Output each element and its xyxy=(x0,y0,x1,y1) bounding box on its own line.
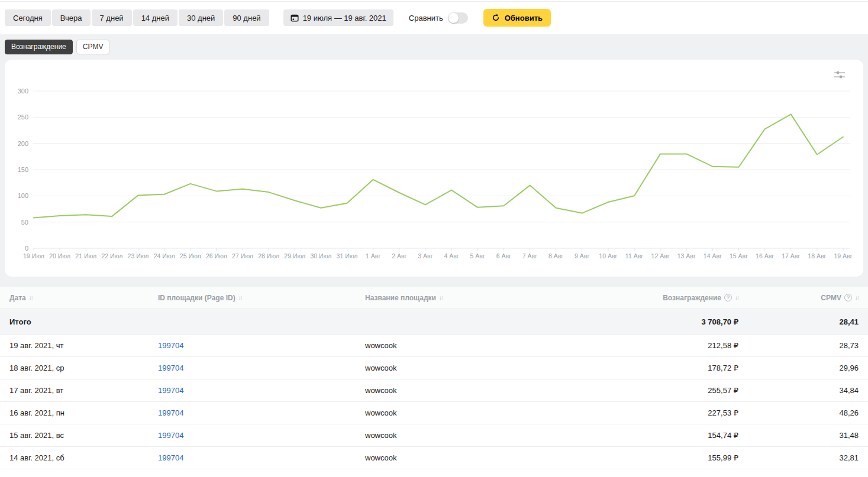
range-button-30-days[interactable]: 30 дней xyxy=(179,9,223,26)
svg-text:200: 200 xyxy=(18,140,28,147)
column-header-reward[interactable]: Вознаграждение ? ↓↑ xyxy=(571,294,738,302)
chart-settings-sliders-icon[interactable] xyxy=(834,70,846,82)
svg-text:19 Авг: 19 Авг xyxy=(834,252,852,259)
row-date: 18 авг. 2021, ср xyxy=(9,364,158,372)
svg-text:17 Авг: 17 Авг xyxy=(782,252,800,259)
column-header-cpmv[interactable]: CPMV ? ↓↑ xyxy=(738,294,859,302)
compare-control: Сравнить xyxy=(409,12,468,24)
svg-text:28 Июл: 28 Июл xyxy=(258,252,279,259)
sort-icon[interactable]: ↓↑ xyxy=(439,294,443,301)
sort-icon[interactable]: ↓↑ xyxy=(29,294,33,301)
svg-text:19 Июл: 19 Июл xyxy=(23,252,44,259)
help-icon[interactable]: ? xyxy=(844,294,852,301)
table-row: 19 авг. 2021, чт 199704 wowcook 212,58 ₽… xyxy=(0,335,868,357)
page-id-link[interactable]: 199704 xyxy=(158,431,183,440)
row-reward: 178,72 ₽ xyxy=(571,364,738,372)
svg-text:8 Авг: 8 Авг xyxy=(548,252,563,259)
tab-reward[interactable]: Вознаграждение xyxy=(5,40,73,54)
refresh-label: Обновить xyxy=(505,14,543,22)
svg-text:250: 250 xyxy=(18,113,28,121)
range-button-14-days[interactable]: 14 дней xyxy=(133,9,178,26)
svg-text:3 Авг: 3 Авг xyxy=(418,252,433,259)
table-row: 17 авг. 2021, вт 199704 wowcook 255,57 ₽… xyxy=(0,379,868,402)
toggle-knob xyxy=(448,13,459,23)
svg-text:9 Авг: 9 Авг xyxy=(575,252,589,259)
page-id-link[interactable]: 199704 xyxy=(158,364,183,372)
table-row: 16 авг. 2021, пн 199704 wowcook 227,53 ₽… xyxy=(0,402,868,424)
help-icon[interactable]: ? xyxy=(724,294,732,301)
chart-section: Вознаграждение CPMV 05010015020025030019… xyxy=(0,34,868,287)
svg-text:26 Июл: 26 Июл xyxy=(206,252,227,259)
svg-text:22 Июл: 22 Июл xyxy=(101,252,122,259)
svg-text:4 Авг: 4 Авг xyxy=(444,252,459,259)
total-label: Итого xyxy=(9,317,158,326)
stats-table: Дата ↓↑ ID площадки (Page ID) ↓↑ Названи… xyxy=(0,287,868,477)
column-header-site-name[interactable]: Название площадки ↓↑ xyxy=(365,294,571,302)
revenue-line-chart[interactable]: 05010015020025030019 Июл20 Июл21 Июл22 И… xyxy=(5,60,863,272)
page-id-link[interactable]: 199704 xyxy=(158,341,183,350)
date-range-label: 19 июля — 19 авг. 2021 xyxy=(303,14,386,22)
svg-text:20 Июл: 20 Июл xyxy=(49,252,70,259)
total-cpmv: 28,41 xyxy=(738,317,859,326)
refresh-button[interactable]: Обновить xyxy=(483,9,551,27)
table-header-row: Дата ↓↑ ID площадки (Page ID) ↓↑ Названи… xyxy=(0,287,868,309)
calendar-icon xyxy=(291,14,299,22)
row-date: 19 авг. 2021, чт xyxy=(9,341,158,350)
svg-text:300: 300 xyxy=(18,87,28,95)
table-row: 15 авг. 2021, вс 199704 wowcook 154,74 ₽… xyxy=(0,424,868,447)
svg-text:25 Июл: 25 Июл xyxy=(180,252,201,259)
svg-text:6 Авг: 6 Авг xyxy=(496,252,511,259)
metric-tabs: Вознаграждение CPMV xyxy=(5,40,868,54)
svg-text:31 Июл: 31 Июл xyxy=(337,252,358,259)
column-header-date[interactable]: Дата ↓↑ xyxy=(9,294,158,302)
page-id-link[interactable]: 199704 xyxy=(158,386,183,395)
svg-text:11 Авг: 11 Авг xyxy=(625,252,643,259)
svg-text:13 Авг: 13 Авг xyxy=(677,252,696,259)
svg-text:18 Авг: 18 Авг xyxy=(808,252,826,259)
row-reward: 212,58 ₽ xyxy=(571,341,738,350)
row-date: 14 авг. 2021, сб xyxy=(9,453,158,462)
compare-label: Сравнить xyxy=(409,14,443,22)
page-id-link[interactable]: 199704 xyxy=(158,453,183,462)
svg-text:15 Авг: 15 Авг xyxy=(730,252,748,259)
row-cpmv: 29,96 xyxy=(738,364,859,372)
tab-cpmv[interactable]: CPMV xyxy=(76,40,110,54)
svg-text:5 Авг: 5 Авг xyxy=(470,252,485,259)
date-range-picker[interactable]: 19 июля — 19 авг. 2021 xyxy=(283,9,393,26)
range-button-yesterday[interactable]: Вчера xyxy=(52,9,91,26)
svg-text:1 Авг: 1 Авг xyxy=(366,252,380,259)
page-id-link[interactable]: 199704 xyxy=(158,408,183,417)
row-cpmv: 31,48 xyxy=(738,431,859,440)
table-row: 14 авг. 2021, сб 199704 wowcook 155,99 ₽… xyxy=(0,447,868,469)
table-row: 13 авг. 2021, пт 199704 wowcook 180,04 ₽… xyxy=(0,469,868,477)
table-row: 18 авг. 2021, ср 199704 wowcook 178,72 ₽… xyxy=(0,357,868,379)
svg-text:12 Авг: 12 Авг xyxy=(651,252,670,259)
row-site-name: wowcook xyxy=(365,408,571,417)
sort-icon[interactable]: ↓↑ xyxy=(855,294,859,301)
svg-text:23 Июл: 23 Июл xyxy=(128,252,149,259)
svg-text:10 Авг: 10 Авг xyxy=(599,252,617,259)
svg-text:100: 100 xyxy=(18,192,28,199)
toolbar: Сегодня Вчера 7 дней 14 дней 30 дней 90 … xyxy=(0,2,868,34)
svg-text:50: 50 xyxy=(21,219,28,226)
svg-text:27 Июл: 27 Июл xyxy=(232,252,253,259)
range-button-7-days[interactable]: 7 дней xyxy=(92,9,132,26)
svg-text:0: 0 xyxy=(25,245,28,252)
svg-text:30 Июл: 30 Июл xyxy=(310,252,331,259)
table-body: 19 авг. 2021, чт 199704 wowcook 212,58 ₽… xyxy=(0,335,868,477)
row-site-name: wowcook xyxy=(365,386,571,395)
table-total-row: Итого 3 708,70 ₽ 28,41 xyxy=(0,309,868,335)
range-button-90-days[interactable]: 90 дней xyxy=(224,9,269,26)
row-reward: 155,99 ₽ xyxy=(571,453,738,462)
row-date: 17 авг. 2021, вт xyxy=(9,386,158,395)
row-site-name: wowcook xyxy=(365,364,571,372)
sort-icon[interactable]: ↓↑ xyxy=(238,294,242,301)
range-button-today[interactable]: Сегодня xyxy=(5,9,51,26)
chart-card: 05010015020025030019 Июл20 Июл21 Июл22 И… xyxy=(5,60,863,277)
total-reward: 3 708,70 ₽ xyxy=(571,317,738,326)
svg-text:29 Июл: 29 Июл xyxy=(284,252,305,259)
compare-toggle[interactable] xyxy=(448,12,468,24)
svg-text:150: 150 xyxy=(18,166,28,173)
column-header-page-id[interactable]: ID площадки (Page ID) ↓↑ xyxy=(158,294,365,302)
row-site-name: wowcook xyxy=(365,453,571,462)
